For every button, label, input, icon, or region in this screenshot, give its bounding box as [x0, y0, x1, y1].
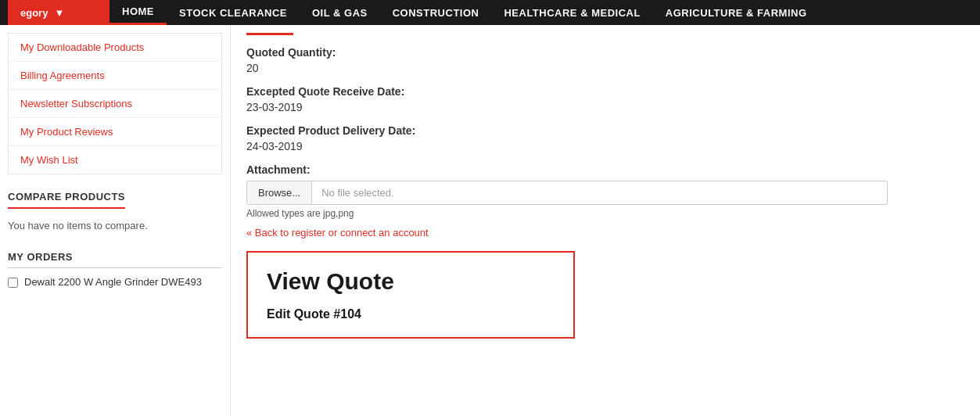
quoted-quantity-value: 20 [246, 62, 964, 74]
file-input-row: Browse... No file selected. [246, 181, 888, 205]
content-area: Quoted Quantity: 20 Excepted Quote Recei… [231, 25, 980, 416]
nav-item-oil-gas[interactable]: OIL & GAS [300, 0, 380, 25]
chevron-down-icon: ▼ [54, 7, 64, 19]
nav-item-construction[interactable]: CONSTRUCTION [380, 0, 492, 25]
order-item: Dewalt 2200 W Angle Grinder DWE493 [8, 276, 222, 288]
nav-item-healthcare[interactable]: HEALTHCARE & MEDICAL [491, 0, 652, 25]
sidebar-item-wishlist[interactable]: My Wish List [9, 146, 221, 174]
top-nav: egory ▼ HOME STOCK CLEARANCE OIL & GAS C… [0, 0, 980, 25]
category-button[interactable]: egory ▼ [8, 0, 109, 25]
sidebar: My Downloadable Products Billing Agreeme… [0, 25, 231, 416]
nav-item-agriculture[interactable]: AGRICULTURE & FARMING [653, 0, 820, 25]
excepted-date-group: Excepted Quote Receive Date: 23-03-2019 [246, 85, 964, 113]
allowed-types: Allowed types are jpg,png [246, 208, 964, 219]
quoted-quantity-group: Quoted Quantity: 20 [246, 46, 964, 74]
sidebar-item-reviews[interactable]: My Product Reviews [9, 118, 221, 146]
attachment-section: Attachment: Browse... No file selected. … [246, 163, 964, 219]
back-link[interactable]: « Back to register or connect an account [246, 227, 964, 238]
main-layout: My Downloadable Products Billing Agreeme… [0, 25, 980, 416]
sidebar-item-billing[interactable]: Billing Agreements [9, 62, 221, 90]
edit-quote-label: Edit Quote #104 [267, 307, 555, 321]
nav-item-stock-clearance[interactable]: STOCK CLEARANCE [167, 0, 300, 25]
order-label: Dewalt 2200 W Angle Grinder DWE493 [24, 276, 202, 288]
sidebar-menu: My Downloadable Products Billing Agreeme… [8, 33, 222, 174]
file-placeholder: No file selected. [312, 181, 404, 204]
browse-button[interactable]: Browse... [247, 181, 312, 204]
expected-delivery-label: Expected Product Delivery Date: [246, 124, 964, 137]
category-label: egory [20, 7, 48, 19]
compare-text: You have no items to compare. [8, 220, 222, 231]
quoted-quantity-label: Quoted Quantity: [246, 46, 964, 59]
attachment-label: Attachment: [246, 163, 964, 176]
expected-delivery-group: Expected Product Delivery Date: 24-03-20… [246, 124, 964, 152]
orders-section: MY ORDERS Dewalt 2200 W Angle Grinder DW… [0, 239, 230, 296]
orders-title: MY ORDERS [8, 251, 222, 268]
excepted-date-value: 23-03-2019 [246, 101, 964, 113]
sidebar-item-downloadable[interactable]: My Downloadable Products [9, 34, 221, 62]
nav-item-home[interactable]: HOME [109, 0, 167, 25]
content-top-border [246, 33, 293, 35]
expected-delivery-value: 24-03-2019 [246, 140, 964, 152]
compare-title: COMPARE PRODUCTS [8, 191, 125, 209]
compare-section: COMPARE PRODUCTS You have no items to co… [0, 174, 230, 239]
excepted-date-label: Excepted Quote Receive Date: [246, 85, 964, 98]
order-checkbox[interactable] [8, 278, 18, 288]
view-quote-box: View Quote Edit Quote #104 [246, 251, 575, 339]
sidebar-item-newsletter[interactable]: Newsletter Subscriptions [9, 90, 221, 118]
view-quote-title: View Quote [267, 268, 555, 295]
